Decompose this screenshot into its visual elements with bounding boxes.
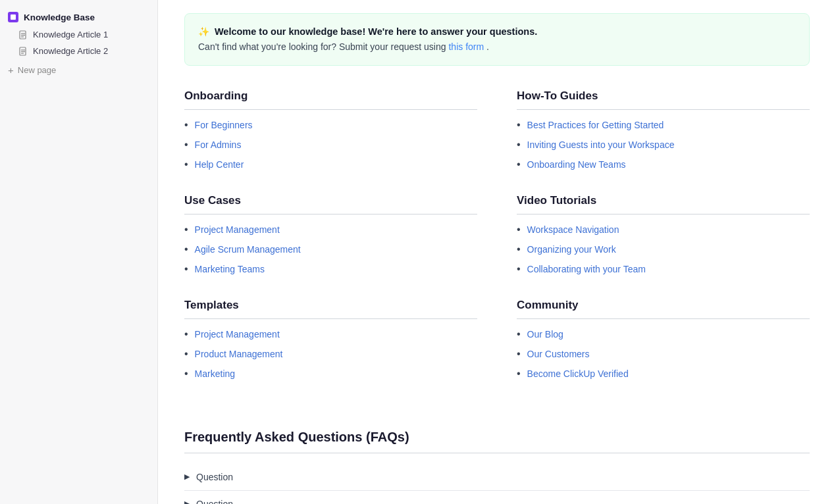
section-link[interactable]: Organizing your Work xyxy=(527,244,616,255)
sidebar: Knowledge Base Knowledge Article 1 Knowl… xyxy=(0,0,158,504)
welcome-period: . xyxy=(486,41,489,52)
section-link[interactable]: Inviting Guests into your Workspace xyxy=(527,139,675,150)
list-item: For Admins xyxy=(184,139,477,151)
section-howto-list: Best Practices for Getting StartedInviti… xyxy=(517,119,810,170)
main-content: ✨ Welcome to our knowledge base! We're h… xyxy=(158,0,836,504)
new-page-button[interactable]: + New page xyxy=(0,61,157,80)
section-link[interactable]: Agile Scrum Management xyxy=(195,244,301,255)
faq-chevron-icon: ▶ xyxy=(184,472,190,481)
section-link[interactable]: For Beginners xyxy=(195,120,253,130)
section-link[interactable]: Help Center xyxy=(195,159,244,170)
sections-right-col: How-To GuidesBest Practices for Getting … xyxy=(517,89,810,403)
section-link[interactable]: Marketing xyxy=(195,368,235,379)
welcome-body: Can't find what you're looking for? Subm… xyxy=(198,41,448,52)
list-item: Product Management xyxy=(184,348,477,360)
list-item: Inviting Guests into your Workspace xyxy=(517,139,810,151)
section-link[interactable]: Best Practices for Getting Started xyxy=(527,120,664,130)
section-usecases-list: Project ManagementAgile Scrum Management… xyxy=(184,224,477,275)
list-item: Marketing Teams xyxy=(184,263,477,275)
sidebar-child-item[interactable]: Knowledge Article 2 xyxy=(0,43,157,59)
faq-question-label: Question xyxy=(196,472,233,482)
section-howto-title: How-To Guides xyxy=(517,89,810,110)
section-onboarding-list: For BeginnersFor AdminsHelp Center xyxy=(184,119,477,170)
section-link[interactable]: Workspace Navigation xyxy=(527,224,619,235)
section-link[interactable]: Our Blog xyxy=(527,329,563,340)
list-item: Project Management xyxy=(184,224,477,236)
faq-chevron-icon: ▶ xyxy=(184,499,190,504)
section-link[interactable]: Become ClickUp Verified xyxy=(527,368,629,379)
svg-rect-0 xyxy=(11,14,16,20)
section-templates-list: Project ManagementProduct ManagementMark… xyxy=(184,328,477,380)
section-onboarding-title: Onboarding xyxy=(184,89,477,110)
section-videotutorials: Video TutorialsWorkspace NavigationOrgan… xyxy=(517,194,810,275)
sidebar-child-label: Knowledge Article 1 xyxy=(33,30,108,39)
list-item: Marketing xyxy=(184,368,477,380)
welcome-title: Welcome to our knowledge base! We're her… xyxy=(215,26,537,37)
sidebar-child-label: Knowledge Article 2 xyxy=(33,46,108,56)
section-link[interactable]: Marketing Teams xyxy=(195,264,265,274)
section-usecases-title: Use Cases xyxy=(184,194,477,214)
faq-title: Frequently Asked Questions (FAQs) xyxy=(184,430,810,453)
list-item: Best Practices for Getting Started xyxy=(517,119,810,131)
list-item: Our Blog xyxy=(517,328,810,340)
section-templates-title: Templates xyxy=(184,299,477,319)
section-link[interactable]: For Admins xyxy=(195,139,242,150)
list-item: Help Center xyxy=(184,159,477,170)
sections-left-col: OnboardingFor BeginnersFor AdminsHelp Ce… xyxy=(184,89,477,403)
knowledge-base-icon xyxy=(8,12,18,22)
new-page-label: New page xyxy=(18,65,57,75)
section-link[interactable]: Onboarding New Teams xyxy=(527,159,626,170)
list-item: Collaborating with your Team xyxy=(517,263,810,275)
section-link[interactable]: Project Management xyxy=(195,224,280,235)
sections-grid: OnboardingFor BeginnersFor AdminsHelp Ce… xyxy=(184,89,810,403)
list-item: Project Management xyxy=(184,328,477,340)
section-community-title: Community xyxy=(517,299,810,319)
list-item: Organizing your Work xyxy=(517,243,810,255)
section-videotutorials-title: Video Tutorials xyxy=(517,194,810,214)
this-form-link[interactable]: this form xyxy=(448,41,484,52)
section-community: CommunityOur BlogOur CustomersBecome Cli… xyxy=(517,299,810,380)
section-onboarding: OnboardingFor BeginnersFor AdminsHelp Ce… xyxy=(184,89,477,170)
faq-section: Frequently Asked Questions (FAQs) ▶ Ques… xyxy=(184,416,810,504)
list-item: Workspace Navigation xyxy=(517,224,810,236)
section-link[interactable]: Product Management xyxy=(195,349,283,359)
faq-item[interactable]: ▶ Question xyxy=(184,464,810,491)
section-link[interactable]: Collaborating with your Team xyxy=(527,264,646,274)
section-community-list: Our BlogOur CustomersBecome ClickUp Veri… xyxy=(517,328,810,380)
section-link[interactable]: Project Management xyxy=(195,329,280,340)
plus-icon: + xyxy=(8,64,14,76)
section-usecases: Use CasesProject ManagementAgile Scrum M… xyxy=(184,194,477,275)
section-link[interactable]: Our Customers xyxy=(527,349,590,359)
list-item: For Beginners xyxy=(184,119,477,131)
list-item: Become ClickUp Verified xyxy=(517,368,810,380)
list-item: Onboarding New Teams xyxy=(517,159,810,170)
list-item: Our Customers xyxy=(517,348,810,360)
sparkle-icon: ✨ xyxy=(198,26,209,37)
section-videotutorials-list: Workspace NavigationOrganizing your Work… xyxy=(517,224,810,275)
section-howto: How-To GuidesBest Practices for Getting … xyxy=(517,89,810,170)
sidebar-root-label: Knowledge Base xyxy=(24,13,95,22)
list-item: Agile Scrum Management xyxy=(184,243,477,255)
section-templates: TemplatesProject ManagementProduct Manag… xyxy=(184,299,477,380)
faq-items: ▶ Question ▶ Question ▶ Question xyxy=(184,464,810,504)
faq-item[interactable]: ▶ Question xyxy=(184,491,810,504)
faq-question-label: Question xyxy=(196,499,233,504)
sidebar-children: Knowledge Article 1 Knowledge Article 2 xyxy=(0,26,157,59)
sidebar-child-item[interactable]: Knowledge Article 1 xyxy=(0,26,157,43)
welcome-banner: ✨ Welcome to our knowledge base! We're h… xyxy=(184,13,810,66)
sidebar-root-item[interactable]: Knowledge Base xyxy=(0,8,157,26)
